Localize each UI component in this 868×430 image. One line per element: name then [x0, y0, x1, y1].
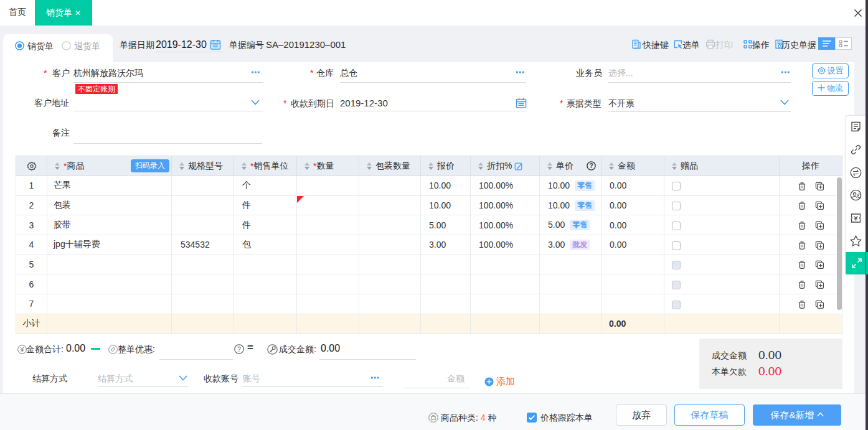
- svg-text:?: ?: [237, 346, 241, 353]
- svg-text:?: ?: [589, 162, 593, 169]
